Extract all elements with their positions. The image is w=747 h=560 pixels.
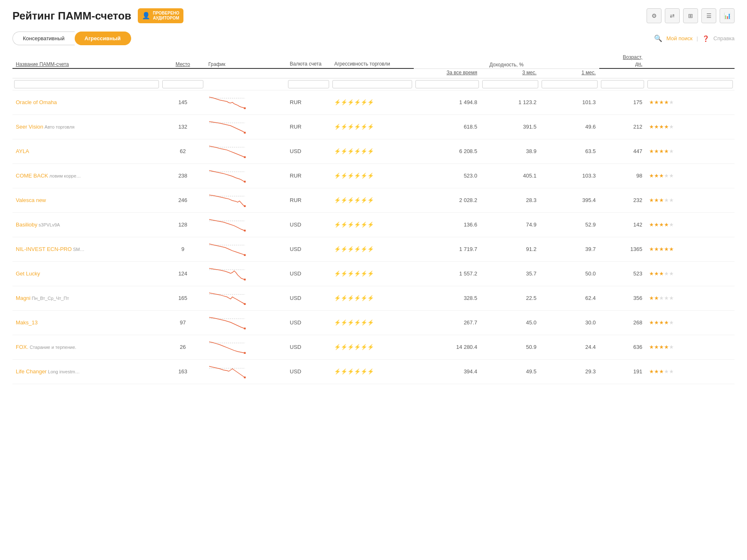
star-full: ★ — [649, 270, 654, 277]
filter-profit-1m-select[interactable] — [542, 80, 598, 88]
cell-age: 98 — [599, 163, 646, 188]
cell-currency: RUR — [286, 163, 331, 188]
filter-aggression-select[interactable] — [332, 80, 412, 88]
star-full: ★ — [654, 368, 659, 375]
sub-col-profit-all[interactable]: За все время — [414, 68, 481, 78]
account-name-link[interactable]: NIL-INVEST ECN-PRO — [16, 246, 72, 252]
account-name-link[interactable]: FOX. — [16, 344, 28, 350]
search-area: 🔍 Мой поиск | ❓ Справка — [654, 34, 735, 42]
star-empty: ★ — [669, 124, 674, 130]
header-toolbar: ⚙ ⇄ ⊞ ☰ 📊 — [647, 8, 735, 23]
star-full: ★ — [659, 148, 664, 154]
col-header-rank[interactable]: Место — [161, 52, 205, 68]
cell-aggression: ⚡⚡⚡⚡⚡⚡ — [331, 163, 414, 188]
cell-currency: USD — [286, 237, 331, 261]
my-search-link[interactable]: Мой поиск — [666, 35, 693, 41]
audit-line1: ПРОВЕРЕНО — [153, 11, 179, 16]
cell-stars: ★★★★★ — [646, 310, 735, 335]
cell-aggression: ⚡⚡⚡⚡⚡⚡ — [331, 139, 414, 163]
arrows-button[interactable]: ⇄ — [665, 8, 680, 23]
cell-age: 636 — [599, 335, 646, 359]
help-link[interactable]: Справка — [713, 35, 735, 41]
cell-chart — [205, 114, 286, 139]
cell-profit-3m: 405.1 — [481, 163, 540, 188]
cell-profit-1m: 30.0 — [540, 310, 599, 335]
cell-chart — [205, 188, 286, 212]
filter-rank-select[interactable] — [162, 80, 203, 88]
cell-profit-3m: 38.9 — [481, 139, 540, 163]
filter-name-input[interactable] — [14, 80, 159, 88]
star-half: ★ — [659, 173, 664, 179]
cell-name: AYLA — [12, 139, 161, 163]
star-full: ★ — [664, 246, 669, 252]
account-name-link[interactable]: COME BACK — [16, 173, 48, 179]
svg-point-5 — [244, 156, 246, 158]
cell-name: Valesca new — [12, 188, 161, 212]
star-full: ★ — [669, 246, 674, 252]
account-name-link[interactable]: Oracle of Omaha — [16, 99, 57, 105]
cell-age: 175 — [599, 90, 646, 114]
account-subtitle: ловим корре… — [48, 173, 81, 178]
account-name-link[interactable]: Basilioby — [16, 222, 37, 228]
cell-rank: 97 — [161, 310, 205, 335]
star-full: ★ — [654, 246, 659, 252]
cell-stars: ★★★★★ — [646, 114, 735, 139]
cell-name: FOX. Старание и терпение. — [12, 335, 161, 359]
sub-col-currency — [286, 68, 331, 78]
account-name-link[interactable]: Valesca new — [16, 197, 46, 203]
star-empty: ★ — [664, 197, 669, 203]
sub-col-profit-1m[interactable]: 1 мес. — [540, 68, 599, 78]
cell-chart — [205, 212, 286, 237]
filter-stars-select[interactable] — [647, 80, 733, 88]
cell-chart — [205, 237, 286, 261]
cell-chart — [205, 310, 286, 335]
mini-chart — [208, 119, 246, 134]
table-row: Valesca new 246 RUR ⚡⚡⚡⚡⚡⚡ 2 028.2 28.3 … — [12, 188, 735, 212]
cell-age: 447 — [599, 139, 646, 163]
account-name-link[interactable]: AYLA — [16, 148, 29, 154]
filter-currency-select[interactable] — [288, 80, 329, 88]
col-header-name[interactable]: Название ПАММ-счета — [12, 52, 161, 68]
chart-view-button[interactable]: 📊 — [720, 8, 735, 23]
account-name-link[interactable]: Seer Vision — [16, 124, 43, 130]
cell-profit-1m: 24.4 — [540, 335, 599, 359]
star-empty: ★ — [669, 319, 674, 326]
grid-view-button[interactable]: ⊞ — [683, 8, 698, 23]
account-name-link[interactable]: Magni — [16, 295, 30, 301]
cell-profit-3m: 22.5 — [481, 286, 540, 310]
account-name-link[interactable]: Get Lucky — [16, 270, 40, 277]
mini-chart — [208, 241, 246, 256]
col-header-aggression: Агрессивность торговли — [331, 52, 414, 68]
audit-badge[interactable]: 👤 ПРОВЕРЕНО АУДИТОРОМ — [138, 8, 183, 23]
sub-col-profit-3m[interactable]: 3 мес. — [481, 68, 540, 78]
tab-aggressive[interactable]: Агрессивный — [75, 32, 131, 45]
col-header-age[interactable]: Возраст,дн. — [599, 52, 646, 68]
star-full: ★ — [659, 344, 664, 350]
cell-rank: 124 — [161, 261, 205, 286]
account-subtitle: s3PVLv9A — [37, 222, 60, 227]
star-half: ★ — [659, 197, 664, 203]
cell-stars: ★★★★★ — [646, 163, 735, 188]
mini-chart — [208, 95, 246, 109]
cell-age: 1365 — [599, 237, 646, 261]
star-half: ★ — [664, 124, 669, 130]
cell-rank: 165 — [161, 286, 205, 310]
list-view-button[interactable]: ☰ — [701, 8, 716, 23]
cell-profit-all: 267.7 — [414, 310, 481, 335]
settings-button[interactable]: ⚙ — [647, 8, 662, 23]
tab-conservative[interactable]: Консервативный — [12, 32, 75, 45]
filter-age-select[interactable] — [601, 80, 644, 88]
star-half: ★ — [664, 319, 669, 326]
cell-age: 142 — [599, 212, 646, 237]
table-row: Oracle of Omaha 145 RUR ⚡⚡⚡⚡⚡⚡ 1 494.8 1… — [12, 90, 735, 114]
star-half: ★ — [659, 270, 664, 277]
table-row: Maks_13 97 USD ⚡⚡⚡⚡⚡⚡ 267.7 45.0 30.0 26… — [12, 310, 735, 335]
cell-stars: ★★★★★ — [646, 90, 735, 114]
account-name-link[interactable]: Life Changer — [16, 368, 46, 375]
account-name-link[interactable]: Maks_13 — [16, 319, 38, 326]
filter-profit-3m-select[interactable] — [482, 80, 538, 88]
cell-profit-3m: 50.9 — [481, 335, 540, 359]
cell-currency: USD — [286, 261, 331, 286]
filter-profit-all-select[interactable] — [415, 80, 479, 88]
cell-name: COME BACK ловим корре… — [12, 163, 161, 188]
